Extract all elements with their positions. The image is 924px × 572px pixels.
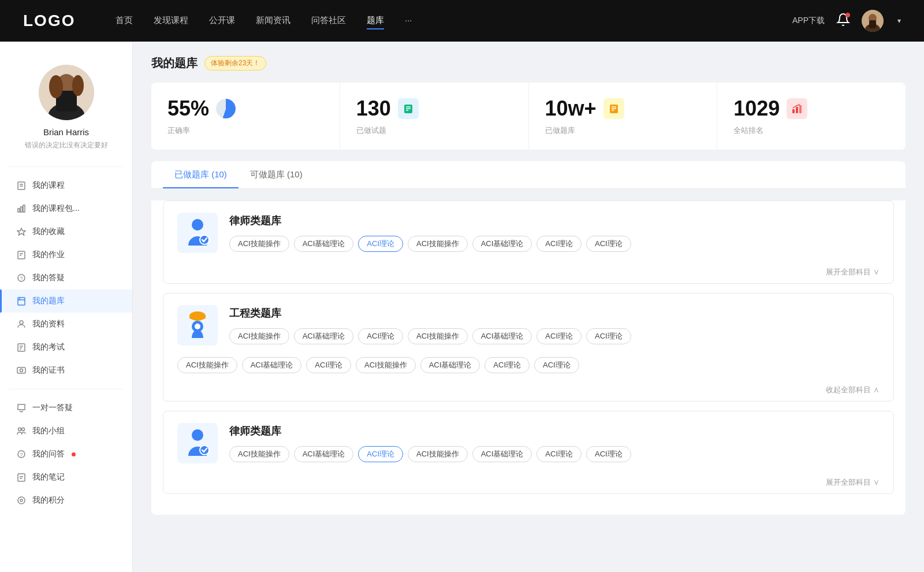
bank-tag[interactable]: ACI技能操作: [229, 446, 289, 462]
sidebar-item-favorites[interactable]: 我的收藏: [0, 220, 132, 243]
sidebar-item-my-qa[interactable]: ? 我的问答: [0, 443, 132, 466]
expand-all-link-2[interactable]: 展开全部科目 ∨: [826, 477, 880, 488]
svg-rect-49: [792, 109, 795, 113]
tab-done-banks[interactable]: 已做题库 (10): [163, 161, 239, 188]
svg-rect-55: [189, 316, 206, 319]
bank-tag[interactable]: ACI理论: [306, 357, 351, 373]
lawyer2-bank-icon-wrap: [177, 423, 218, 463]
bank-tag[interactable]: ACI理论: [586, 328, 631, 344]
collapse-all-link[interactable]: 收起全部科目 ∧: [826, 385, 880, 395]
svg-text:?: ?: [20, 452, 23, 458]
bank-tag[interactable]: ACI理论: [586, 446, 631, 462]
bank-card-lawyer: 律师类题库 ACI技能操作 ACI基础理论 ACI理论 ACI技能操作 ACI基…: [163, 200, 894, 284]
nav-discover[interactable]: 发现课程: [154, 13, 188, 29]
sidebar-item-course-pack-label: 我的课程包...: [32, 203, 80, 214]
logo[interactable]: LOGO: [23, 12, 81, 30]
nav-bank[interactable]: 题库: [367, 13, 384, 29]
stat-rank-label: 全站排名: [733, 125, 889, 136]
bank-tag[interactable]: ACI技能操作: [356, 357, 416, 373]
sidebar-item-exam[interactable]: 我的考试: [0, 336, 132, 359]
bank-tag[interactable]: ACI技能操作: [177, 357, 237, 373]
svg-rect-15: [23, 205, 25, 212]
sidebar-item-exam-label: 我的考试: [32, 342, 65, 352]
sidebar-item-profile[interactable]: 我的资料: [0, 313, 132, 336]
bank-tag[interactable]: ACI理论: [485, 357, 530, 373]
page-header: 我的题库 体验剩余23天！: [151, 55, 906, 71]
sidebar-item-points[interactable]: 我的积分: [0, 489, 132, 512]
bank-tag[interactable]: ACI技能操作: [408, 446, 468, 462]
nav-open-course[interactable]: 公开课: [209, 13, 235, 29]
nav-home[interactable]: 首页: [116, 13, 133, 29]
bank-card-lawyer2: 律师类题库 ACI技能操作 ACI基础理论 ACI理论 ACI技能操作 ACI基…: [163, 411, 894, 494]
svg-rect-36: [18, 474, 25, 481]
sidebar-item-points-label: 我的积分: [32, 495, 65, 506]
stat-done-value: 130: [356, 96, 391, 121]
sidebar-motto: 错误的决定比没有决定要好: [18, 140, 115, 150]
svg-point-8: [49, 75, 63, 98]
nav-news[interactable]: 新闻资讯: [256, 13, 290, 29]
question-icon: ?: [16, 273, 27, 283]
svg-point-57: [195, 324, 200, 329]
sidebar-item-bank[interactable]: 我的题库: [0, 289, 132, 313]
bank-tag[interactable]: ACI理论: [536, 236, 582, 252]
page-title: 我的题库: [151, 55, 198, 71]
engineer-bank-icon-wrap: [177, 305, 218, 346]
sidebar-item-ask[interactable]: ? 我的答疑: [0, 266, 132, 289]
bank-tag[interactable]: ACI基础理论: [420, 357, 480, 373]
sidebar-item-ask-label: 我的答疑: [32, 273, 65, 283]
accuracy-pie-chart: [216, 99, 236, 118]
bank-tag[interactable]: ACI基础理论: [472, 236, 532, 252]
tab-available-banks[interactable]: 可做题库 (10): [239, 161, 314, 188]
bank-tag[interactable]: ACI基础理论: [242, 357, 302, 373]
bank-tag[interactable]: ACI基础理论: [294, 328, 354, 344]
stats-row: 55% 正确率 130 已做试题 10w+: [151, 83, 906, 150]
svg-rect-3: [869, 20, 876, 28]
bank-tag[interactable]: ACI技能操作: [229, 328, 289, 344]
app-download-button[interactable]: APP下载: [792, 16, 825, 26]
bank-tag-active[interactable]: ACI理论: [358, 446, 403, 462]
bank-tags-lawyer: ACI技能操作 ACI基础理论 ACI理论 ACI技能操作 ACI基础理论 AC…: [229, 236, 880, 252]
tabs-row: 已做题库 (10) 可做题库 (10): [151, 161, 906, 189]
sidebar-item-course-pack[interactable]: 我的课程包...: [0, 197, 132, 220]
avatar[interactable]: [862, 10, 884, 32]
bank-tag[interactable]: ACI技能操作: [229, 236, 289, 252]
nav-qa[interactable]: 问答社区: [311, 13, 346, 29]
bank-tag-active[interactable]: ACI理论: [358, 236, 403, 252]
sidebar-item-homework[interactable]: 我的作业: [0, 243, 132, 266]
note-icon: [16, 472, 27, 482]
svg-rect-13: [18, 209, 20, 212]
bank-tag[interactable]: ACI基础理论: [472, 446, 532, 462]
sidebar-item-my-qa-label: 我的问答: [32, 449, 65, 459]
sidebar-item-profile-label: 我的资料: [32, 319, 65, 329]
notification-bell[interactable]: [836, 13, 850, 29]
bank-tag[interactable]: ACI基础理论: [294, 236, 354, 252]
avatar-chevron-icon[interactable]: ▾: [897, 17, 901, 25]
cert-icon: [16, 365, 27, 376]
bank-tag[interactable]: ACI基础理论: [294, 446, 354, 462]
nav-more[interactable]: ···: [405, 13, 412, 29]
bank-tag[interactable]: ACI技能操作: [408, 236, 468, 252]
top-nav: LOGO 首页 发现课程 公开课 新闻资讯 问答社区 题库 ··· APP下载 …: [0, 0, 924, 42]
sidebar-avatar[interactable]: [39, 65, 94, 120]
stat-rank-value: 1029: [733, 96, 780, 121]
bar-icon: [16, 203, 27, 214]
sidebar-profile: Brian Harris 错误的决定比没有决定要好: [0, 53, 132, 159]
sidebar-item-my-course[interactable]: 我的课程: [0, 174, 132, 197]
bank-tag[interactable]: ACI理论: [586, 236, 631, 252]
book-icon: [16, 296, 27, 306]
bank-tag[interactable]: ACI基础理论: [472, 328, 532, 344]
sidebar-menu: 我的课程 我的课程包... 我的收藏 我的作业: [0, 174, 132, 512]
bank-tag[interactable]: ACI理论: [536, 328, 582, 344]
bank-tag[interactable]: ACI理论: [358, 328, 403, 344]
sidebar-item-group[interactable]: 我的小组: [0, 419, 132, 443]
sidebar-item-cert[interactable]: 我的证书: [0, 359, 132, 382]
main-content: 我的题库 体验剩余23天！ 55% 正确率 130 已做试题: [133, 42, 924, 572]
expand-all-link[interactable]: 展开全部科目 ∨: [826, 267, 880, 277]
done-banks-icon: [603, 98, 624, 119]
stat-done-banks: 10w+ 已做题库: [529, 83, 718, 150]
bank-tag[interactable]: ACI技能操作: [408, 328, 468, 344]
sidebar-item-notes[interactable]: 我的笔记: [0, 466, 132, 489]
bank-tag[interactable]: ACI理论: [534, 357, 579, 373]
sidebar-item-one-on-one[interactable]: 一对一答疑: [0, 396, 132, 419]
bank-tag[interactable]: ACI理论: [536, 446, 582, 462]
